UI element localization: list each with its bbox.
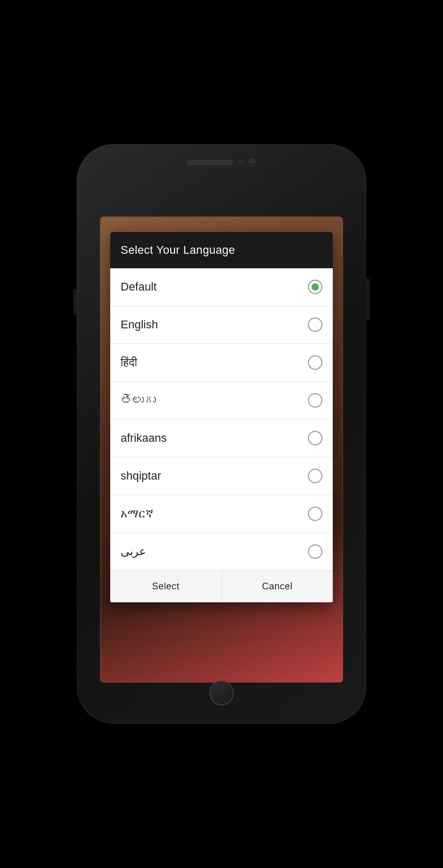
cancel-button[interactable]: Cancel (222, 571, 333, 602)
language-item-hindi[interactable]: हिंदी (110, 344, 333, 382)
language-item-default[interactable]: Default (110, 268, 333, 306)
phone-top-bar (186, 158, 257, 167)
radio-telugu[interactable] (308, 393, 322, 408)
phone-screen: Select Your Language DefaultEnglishहिंदी… (100, 216, 343, 683)
language-label-amharic: አማርኛ (121, 507, 153, 520)
radio-inner-default (312, 283, 319, 291)
radio-afrikaans[interactable] (308, 431, 322, 445)
language-item-telugu[interactable]: తెలుగు (110, 382, 333, 419)
home-button[interactable] (209, 681, 234, 705)
front-sensor (238, 160, 243, 165)
radio-amharic[interactable] (308, 507, 322, 521)
phone-bottom-bar (209, 681, 234, 705)
radio-english[interactable] (308, 317, 322, 332)
language-label-english: English (121, 318, 158, 331)
radio-default[interactable] (308, 280, 322, 294)
radio-arabic[interactable] (308, 544, 322, 559)
phone-device: Select Your Language DefaultEnglishहिंदी… (77, 144, 366, 724)
language-item-arabic[interactable]: عربی (110, 533, 333, 570)
radio-shqiptar[interactable] (308, 469, 322, 483)
dialog-actions: Select Cancel (110, 570, 333, 602)
radio-hindi[interactable] (308, 355, 322, 370)
language-item-amharic[interactable]: አማርኛ (110, 495, 333, 533)
dialog-overlay: Select Your Language DefaultEnglishहिंदी… (100, 216, 343, 683)
language-item-shqiptar[interactable]: shqiptar (110, 457, 333, 495)
volume-button[interactable] (73, 289, 77, 315)
language-dialog: Select Your Language DefaultEnglishहिंदी… (110, 232, 333, 602)
language-label-arabic: عربی (121, 545, 146, 558)
language-label-afrikaans: afrikaans (121, 431, 167, 445)
language-item-english[interactable]: English (110, 306, 333, 344)
language-label-telugu: తెలుగు (121, 394, 156, 407)
front-camera (248, 158, 257, 167)
power-button[interactable] (366, 279, 370, 320)
select-button[interactable]: Select (110, 571, 222, 602)
language-label-hindi: हिंदी (121, 356, 137, 369)
dialog-title-bar: Select Your Language (110, 232, 333, 268)
language-list[interactable]: DefaultEnglishहिंदीతెలుగుafrikaansshqipt… (110, 268, 333, 570)
language-label-shqiptar: shqiptar (121, 469, 161, 483)
language-item-afrikaans[interactable]: afrikaans (110, 419, 333, 457)
speaker-grille (186, 160, 233, 165)
language-label-default: Default (121, 280, 157, 294)
dialog-title: Select Your Language (121, 243, 322, 257)
